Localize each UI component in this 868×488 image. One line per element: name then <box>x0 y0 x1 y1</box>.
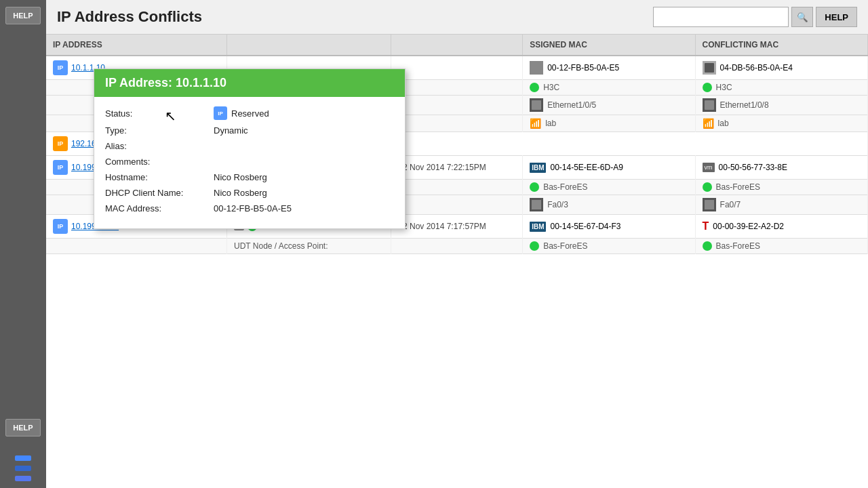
col-timestamp <box>391 35 523 56</box>
timestamp-4: 22 Nov 2014 7:17:57PM <box>391 215 523 239</box>
green-dot-4a <box>530 241 539 251</box>
search-icon: 🔍 <box>797 12 808 22</box>
green-dot-3b <box>703 182 712 192</box>
tooltip-mac-label: MAC Address: <box>105 203 214 214</box>
port-icon-3a <box>530 198 543 211</box>
sidebar-help-btn-2[interactable]: HELP <box>5 419 41 436</box>
port-icon-1 <box>530 98 543 112</box>
vendor-icon-conflict-1 <box>703 61 716 75</box>
green-dot-4b <box>703 241 712 251</box>
port-assigned-1: Ethernet1/0/5 <box>523 96 695 115</box>
tooltip-dhcp-label: DHCP Client Name: <box>105 188 214 198</box>
tooltip-dhcp-value: Nico Rosberg <box>214 188 394 198</box>
sub-udt3-ts <box>391 180 523 195</box>
vendor-conflicting-1: H3C <box>695 80 867 96</box>
mac-conflicting-3: vm 00-50-56-77-33-8E <box>695 156 867 180</box>
sub-udt-ts <box>391 115 523 132</box>
search-button[interactable]: 🔍 <box>791 7 813 27</box>
ibm-icon-4: IBM <box>530 222 546 232</box>
tooltip-mac-value: 00-12-FB-B5-0A-E5 <box>214 203 394 214</box>
t-icon-4: T <box>703 220 709 232</box>
port-conflicting-1: Ethernet1/0/8 <box>695 96 867 115</box>
ip-icon-3: IP <box>53 160 68 175</box>
ibm-icon-3: IBM <box>530 163 546 173</box>
mac-conflicting-1: 04-DB-56-B5-0A-E4 <box>695 56 867 80</box>
tooltip-type-row: Type: Dynamic <box>105 125 394 136</box>
table-wrapper: IP ADDRESS SSIGNED MAC CONFLICTING MAC I… <box>46 35 868 488</box>
sub-udt4-indent <box>46 239 227 254</box>
port-assigned-3: Fa0/3 <box>523 195 695 215</box>
tooltip-dhcp-row: DHCP Client Name: Nico Rosberg <box>105 188 394 198</box>
tooltip-status-row: Status: IP Reserved <box>105 106 394 120</box>
sub-port-ts <box>391 96 523 115</box>
mouse-cursor: ↖ <box>165 108 176 124</box>
tooltip-hostname-value: Nico Rosberg <box>214 172 394 182</box>
ip-icon-4: IP <box>53 219 68 234</box>
udt-node-conflicting-3: Bas-ForeES <box>695 180 867 195</box>
sub-ts <box>391 80 523 96</box>
tooltip-popup: IP Address: 10.1.1.10 Status: IP Reserve… <box>94 68 406 229</box>
search-area: 🔍 HELP <box>653 7 857 27</box>
udt-label-4: UDT Node / Access Point: <box>227 239 391 254</box>
col-conflicting-mac: CONFLICTING MAC <box>695 35 867 56</box>
mac-assigned-3: IBM 00-14-5E-EE-6D-A9 <box>523 156 695 180</box>
udt-assigned-1: 📶 lab <box>523 115 695 132</box>
left-sidebar: HELP HELP <box>0 0 46 488</box>
tooltip-type-label: Type: <box>105 125 214 136</box>
vendor-icon-1 <box>530 61 543 75</box>
help-button[interactable]: HELP <box>816 7 857 27</box>
top-bar: IP Address Conflicts 🔍 HELP <box>46 0 868 35</box>
port-icon-3b <box>703 198 716 211</box>
timestamp-3: 22 Nov 2014 7:22:15PM <box>391 156 523 180</box>
vendor-assigned-1: H3C <box>523 80 695 96</box>
search-input[interactable] <box>653 7 789 27</box>
udt-node-assigned-4: Bas-ForeES <box>523 239 695 254</box>
sub-udt4-ts <box>391 239 523 254</box>
content-area: IP Address Conflicts 🔍 HELP IP ADDRESS S… <box>46 0 868 488</box>
page-title: IP Address Conflicts <box>57 8 202 26</box>
col-assigned-mac: SSIGNED MAC <box>523 35 695 56</box>
vm-icon-3: vm <box>703 163 715 172</box>
tooltip-comments-label: Comments: <box>105 157 214 167</box>
tooltip-alias-row: Alias: <box>105 141 394 151</box>
udt-node-assigned-3: Bas-ForeES <box>523 180 695 195</box>
tooltip-type-value: Dynamic <box>214 125 394 136</box>
tooltip-hostname-row: Hostname: Nico Rosberg <box>105 172 394 182</box>
udt-conflicting-1: 📶 lab <box>695 115 867 132</box>
sub-port3-ts <box>391 195 523 215</box>
ip-icon-2: IP <box>53 136 68 151</box>
port-conflicting-3: Fa0/7 <box>695 195 867 215</box>
col-extra <box>227 35 391 56</box>
vendor-dot-conflict-1 <box>703 83 712 92</box>
table-row-udt-4: UDT Node / Access Point: Bas-ForeES B <box>46 239 868 254</box>
timestamp-1 <box>391 56 523 80</box>
udt-node-conflicting-4: Bas-ForeES <box>695 239 867 254</box>
tooltip-header: IP Address: 10.1.1.10 <box>94 69 405 97</box>
tooltip-status-value: IP Reserved <box>214 106 394 120</box>
tooltip-hostname-label: Hostname: <box>105 172 214 182</box>
tooltip-alias-label: Alias: <box>105 141 214 151</box>
green-dot-3a <box>530 182 539 192</box>
col-ip-address: IP ADDRESS <box>46 35 227 56</box>
status-ip-icon: IP <box>214 106 227 120</box>
wifi-icon-1: 📶 <box>530 118 541 129</box>
tooltip-mac-row: MAC Address: 00-12-FB-B5-0A-E5 <box>105 203 394 214</box>
mac-conflicting-4: T 00-00-39-E2-A2-D2 <box>695 215 867 239</box>
tooltip-comments-row: Comments: <box>105 157 394 167</box>
mac-assigned-4: IBM 00-14-5E-67-D4-F3 <box>523 215 695 239</box>
tooltip-status-label: Status: <box>105 108 214 119</box>
ip-icon-1: IP <box>53 60 68 75</box>
tooltip-body: Status: IP Reserved Type: Dynamic Alias: <box>94 97 405 228</box>
wifi-icon-conflict-1: 📶 <box>703 118 714 129</box>
sidebar-help-btn-1[interactable]: HELP <box>5 7 41 24</box>
vendor-dot-1 <box>530 83 539 92</box>
port-icon-conflict-1 <box>703 98 716 112</box>
mac-assigned-1: 00-12-FB-B5-0A-E5 <box>523 56 695 80</box>
